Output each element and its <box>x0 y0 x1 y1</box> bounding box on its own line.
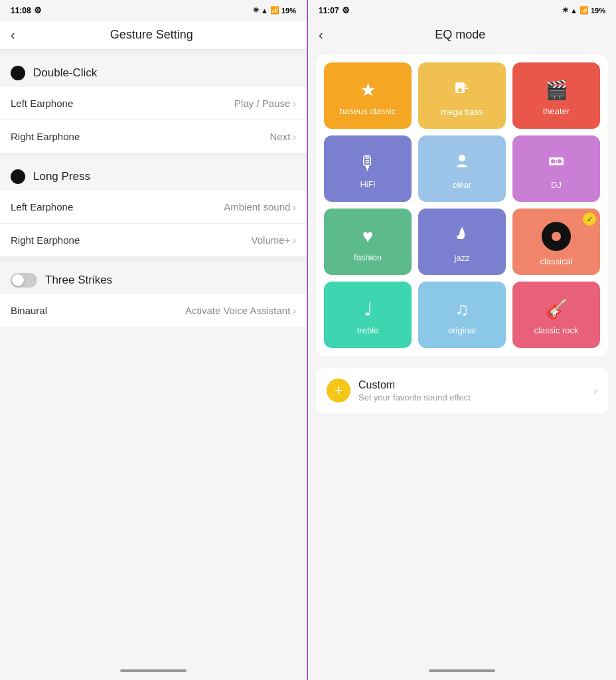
megabass-label: mega bass <box>441 107 483 117</box>
row-label-right-volume: Right Earphone <box>11 234 80 246</box>
eq-tile-jazz[interactable]: jazz <box>418 209 506 275</box>
status-bar-left: 11:08 ⚙ ✳ ▲ 📶 19% <box>0 0 307 21</box>
chevron-right-volume: › <box>293 235 296 246</box>
bottom-indicator-left <box>0 327 307 680</box>
status-right-right: ✳ ▲ 📶 19% <box>562 6 605 15</box>
eq-tile-dj[interactable]: DJ <box>512 135 600 202</box>
classicrock-icon: 🎸 <box>545 298 568 320</box>
time-left: 11:08 <box>11 6 31 15</box>
chevron-left-ambient: › <box>293 202 296 212</box>
eq-tile-fashion[interactable]: ♥ fashion <box>324 209 412 275</box>
custom-chevron: › <box>593 384 597 398</box>
dj-label: DJ <box>551 180 562 190</box>
original-icon: ♫ <box>455 299 469 320</box>
row-label-right-next: Right Earphone <box>11 131 80 142</box>
eq-grid: ★ baseus classic mega bass 🎬 th <box>324 62 600 348</box>
custom-section[interactable]: + Custom Set your favorite sound effect … <box>316 368 608 413</box>
top-bar-right: ‹ EQ mode <box>308 21 616 49</box>
row-left-earphone-play[interactable]: Left Earphone Play / Pause › <box>0 87 307 120</box>
row-value-left-ambient: Ambient sound › <box>224 201 296 212</box>
custom-subtitle: Set your favorite sound effect <box>358 392 585 402</box>
chevron-right-next: › <box>293 131 296 142</box>
svg-rect-2 <box>465 85 467 86</box>
jazz-label: jazz <box>454 253 469 263</box>
eq-tile-baseus[interactable]: ★ baseus classic <box>324 62 412 129</box>
row-right-earphone-volume[interactable]: Right Earphone Volume+ › <box>0 224 307 257</box>
custom-plus-icon: + <box>327 379 350 402</box>
eq-tile-clear[interactable]: clear <box>418 135 506 202</box>
classical-label: classical <box>540 256 572 266</box>
row-binaural[interactable]: Binaural Activate Voice Assistant › <box>0 294 307 327</box>
eq-tile-theater[interactable]: 🎬 theater <box>512 62 600 129</box>
hifi-label: HiFi <box>360 179 375 189</box>
eq-tile-classicrock[interactable]: 🎸 classic rock <box>512 282 600 348</box>
back-button-left[interactable]: ‹ <box>11 27 15 42</box>
section-three-strikes-header: Three Strikes <box>0 262 307 294</box>
row-value-binaural: Activate Voice Assistant › <box>185 305 296 316</box>
eq-mode-panel: 11:07 ⚙ ✳ ▲ 📶 19% ‹ EQ mode ★ baseus cla… <box>308 0 616 680</box>
eq-tile-classical[interactable]: ✓ classical <box>512 209 600 275</box>
battery-right: 19% <box>591 7 605 15</box>
selected-badge: ✓ <box>583 212 596 226</box>
chevron-left-play: › <box>293 98 296 109</box>
chevron-binaural: › <box>293 305 296 316</box>
signal-icon: 📶 <box>270 6 279 15</box>
settings-icon: ⚙ <box>34 5 42 15</box>
classicrock-label: classic rock <box>534 325 578 335</box>
treble-label: treble <box>357 325 379 335</box>
classical-vinyl-icon <box>542 222 571 251</box>
gesture-setting-panel: 11:08 ⚙ ✳ ▲ 📶 19% ‹ Gesture Setting Doub… <box>0 0 308 680</box>
eq-tile-hifi[interactable]: 🎙 HiFi <box>324 135 412 202</box>
original-label: original <box>448 325 476 335</box>
home-bar-right <box>429 669 495 672</box>
fashion-icon: ♥ <box>362 226 374 247</box>
row-value-right-volume: Volume+ › <box>252 234 296 246</box>
divider-3 <box>0 257 307 262</box>
theater-icon: 🎬 <box>545 79 568 101</box>
wifi-icon: ▲ <box>261 7 268 15</box>
signal-icon-right: 📶 <box>579 6 589 15</box>
svg-point-6 <box>551 159 555 163</box>
svg-rect-8 <box>556 160 557 163</box>
status-right-left: ✳ ▲ 📶 19% <box>253 6 296 15</box>
wifi-icon-right: ▲ <box>570 7 578 15</box>
page-title-right: EQ mode <box>331 28 589 42</box>
eq-tile-megabass[interactable]: mega bass <box>418 62 506 129</box>
bluetooth-icon: ✳ <box>253 6 259 15</box>
toggle-three-strikes[interactable] <box>11 273 37 288</box>
section-double-click-header: Double-Click <box>0 55 307 87</box>
eq-tile-original[interactable]: ♫ original <box>418 282 506 348</box>
divider-2 <box>0 153 307 159</box>
bottom-indicator-right <box>308 420 616 680</box>
page-title-left: Gesture Setting <box>23 28 280 42</box>
svg-point-7 <box>558 159 562 163</box>
status-left-right: 11:07 ⚙ <box>319 5 350 15</box>
home-bar-left <box>120 669 187 672</box>
baseus-icon: ★ <box>360 79 376 101</box>
status-left: 11:08 ⚙ <box>11 5 42 15</box>
custom-title: Custom <box>358 379 585 391</box>
treble-icon: ♩ <box>364 298 372 320</box>
jazz-icon <box>453 224 471 248</box>
clear-label: clear <box>453 180 471 190</box>
custom-text: Custom Set your favorite sound effect <box>358 379 585 402</box>
eq-grid-container: ★ baseus classic mega bass 🎬 th <box>316 54 608 356</box>
time-right: 11:07 <box>319 6 339 15</box>
back-button-right[interactable]: ‹ <box>319 27 323 42</box>
divider-1 <box>0 50 307 55</box>
dot-icon-long-press <box>11 169 25 184</box>
status-bar-right: 11:07 ⚙ ✳ ▲ 📶 19% <box>308 0 616 21</box>
section-double-click-label: Double-Click <box>33 66 97 80</box>
fashion-label: fashion <box>354 252 382 262</box>
eq-tile-treble[interactable]: ♩ treble <box>324 282 412 348</box>
row-right-earphone-next[interactable]: Right Earphone Next › <box>0 120 307 153</box>
megabass-icon <box>453 78 471 102</box>
baseus-label: baseus classic <box>340 106 396 116</box>
settings-icon-right: ⚙ <box>342 5 350 15</box>
row-label-left-ambient: Left Earphone <box>11 201 73 212</box>
dot-icon-double-click <box>11 66 25 80</box>
row-left-earphone-ambient[interactable]: Left Earphone Ambient sound › <box>0 191 307 224</box>
svg-rect-3 <box>465 88 469 89</box>
section-long-press-header: Long Press <box>0 159 307 191</box>
hifi-icon: 🎙 <box>358 152 377 174</box>
